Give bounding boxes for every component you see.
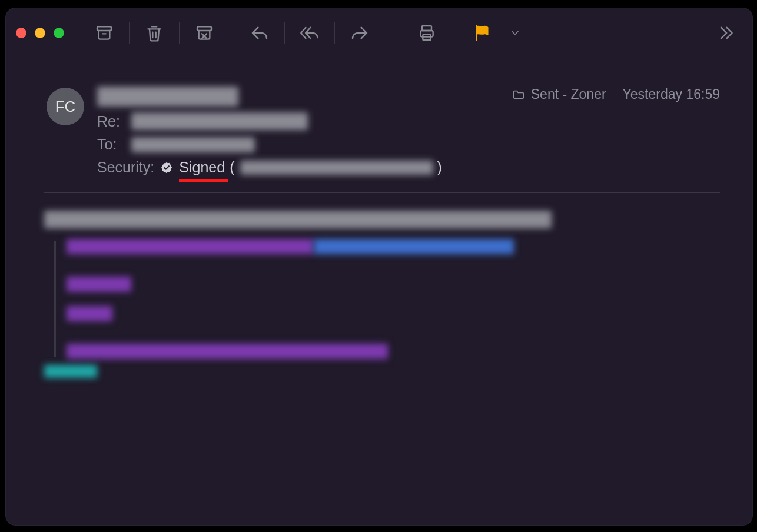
toolbar	[5, 8, 753, 58]
flag-menu-button[interactable]	[499, 19, 532, 47]
junk-button[interactable]	[188, 19, 221, 47]
avatar-initials: FC	[55, 98, 76, 116]
to-line: To:	[97, 136, 442, 153]
toolbar-separator	[179, 22, 180, 44]
body-line-redacted	[67, 306, 714, 321]
trash-icon	[145, 24, 164, 42]
archive-button[interactable]	[88, 19, 121, 47]
message-body	[5, 193, 753, 404]
toolbar-separator	[129, 22, 130, 44]
close-window-button[interactable]	[16, 28, 26, 38]
message-header: FC Re: To: Security: Signed	[5, 58, 753, 189]
message-timestamp: Yesterday 16:59	[623, 87, 720, 102]
to-label: To:	[97, 136, 124, 153]
close-paren: )	[437, 159, 441, 176]
reply-button[interactable]	[243, 19, 276, 47]
signed-seal-icon	[160, 161, 173, 174]
delete-button[interactable]	[138, 19, 171, 47]
forward-icon	[350, 24, 369, 42]
sender-name-redacted	[97, 87, 238, 107]
window-controls	[16, 28, 64, 38]
header-meta-right: Sent - Zoner Yesterday 16:59	[512, 87, 720, 102]
body-line-redacted	[67, 344, 714, 359]
print-icon	[417, 24, 436, 42]
subject-line: Re:	[97, 112, 442, 130]
recipient-redacted	[131, 137, 255, 152]
signed-red-underline	[179, 179, 228, 182]
svg-rect-0	[97, 26, 111, 31]
mail-message-window: FC Re: To: Security: Signed	[5, 7, 753, 526]
archive-icon	[95, 24, 114, 42]
folder-icon	[512, 88, 525, 101]
toolbar-separator	[284, 22, 285, 44]
svg-rect-2	[422, 26, 431, 31]
chevron-down-icon	[509, 27, 521, 39]
flag-button[interactable]	[466, 19, 499, 47]
reply-all-icon	[300, 24, 319, 42]
security-line: Security: Signed ( )	[97, 159, 442, 176]
signer-redacted	[240, 161, 433, 175]
re-label: Re:	[97, 113, 124, 130]
subject-redacted	[131, 112, 308, 130]
forward-button[interactable]	[343, 19, 376, 47]
folder-name: Sent - Zoner	[531, 87, 606, 102]
svg-rect-1	[197, 26, 211, 31]
quoted-block	[44, 239, 714, 359]
toolbar-overflow-button[interactable]	[709, 19, 742, 47]
body-line-redacted	[67, 277, 714, 292]
zoom-window-button[interactable]	[54, 28, 64, 38]
open-paren: (	[230, 159, 234, 176]
minimize-window-button[interactable]	[35, 28, 45, 38]
signed-status: Signed	[179, 159, 225, 175]
from-line	[97, 87, 442, 107]
body-line-redacted	[44, 211, 714, 228]
double-chevron-right-icon	[716, 24, 735, 42]
body-line-redacted	[44, 365, 714, 378]
reply-all-button[interactable]	[293, 19, 326, 47]
folder-indicator[interactable]: Sent - Zoner	[512, 87, 606, 102]
flag-icon	[473, 24, 492, 42]
toolbar-separator	[334, 22, 335, 44]
sender-avatar[interactable]: FC	[47, 88, 84, 125]
header-lines: Re: To: Security: Signed ( )	[97, 87, 442, 176]
reply-icon	[250, 24, 269, 42]
junk-icon	[195, 24, 214, 42]
signed-status-wrap: Signed	[179, 159, 225, 176]
print-button[interactable]	[410, 19, 443, 47]
security-label: Security:	[97, 159, 154, 176]
body-line-redacted	[67, 239, 714, 254]
